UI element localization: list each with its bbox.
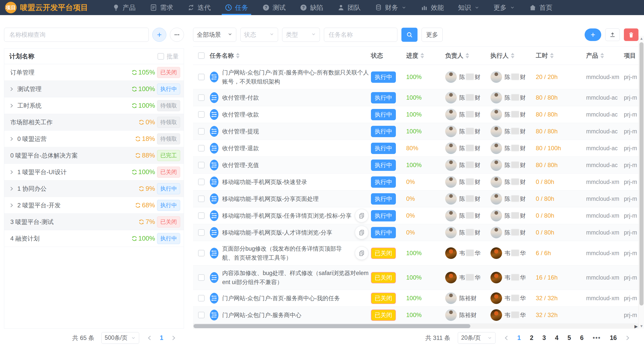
batch-checkbox[interactable]	[158, 53, 164, 60]
task-row[interactable]: 移动端功能-手机网页版-分享页面处理 执行中 0% 陈财 陈财 0 / 80h …	[193, 190, 638, 207]
scroll-up-arrow-icon[interactable]: ▲	[639, 36, 644, 41]
task-checkbox[interactable]	[198, 128, 205, 135]
task-row[interactable]: 门户网站-众包门户-首页-服务商中心-所有数据只关联个人账号，不关联组织架构 执…	[193, 65, 638, 89]
task-row[interactable]: 门户网站-众包门户-服务商中心 已关闭 100% 陈裕财 韦华 32 / 32h…	[193, 307, 638, 324]
scene-select[interactable]: 全部场景	[193, 28, 236, 42]
plan-row[interactable]: 工时系统 100% 待领取	[4, 97, 184, 114]
column-header-exec[interactable]: 执行人	[490, 52, 536, 60]
expand-chevron-icon[interactable]	[9, 203, 17, 208]
task-row[interactable]: 收付管理-提现 执行中 100% 陈财 陈财 80 / 80h mmcloud-…	[193, 123, 638, 140]
task-row[interactable]: 门户网站-众包门户-首页-服务商中心-我的任务 已关闭 100% 陈裕财 韦华 …	[193, 290, 638, 307]
expand-chevron-icon[interactable]	[9, 186, 17, 191]
page-number-3[interactable]: 3	[542, 334, 546, 341]
task-checkbox[interactable]	[198, 94, 205, 101]
plan-search-input[interactable]	[4, 28, 149, 42]
copy-task-button[interactable]	[355, 226, 368, 239]
task-checkbox[interactable]	[198, 312, 205, 318]
horizontal-scrollbar[interactable]: ▶	[193, 324, 638, 329]
task-checkbox[interactable]	[198, 179, 205, 185]
plan-row[interactable]: 0 唛盟平台-总体解决方案 88% 已完工	[4, 147, 184, 164]
plan-row[interactable]: 0 唛盟运营 18% 待领取	[4, 131, 184, 147]
task-checkbox[interactable]	[198, 111, 205, 118]
task-checkbox[interactable]	[198, 196, 205, 202]
more-pages-button[interactable]: •••	[593, 334, 601, 341]
nav-item-测试[interactable]: ? 测试	[262, 0, 286, 15]
sort-carets-icon[interactable]	[600, 53, 604, 58]
sort-carets-icon[interactable]	[550, 53, 554, 58]
copy-task-button[interactable]	[355, 246, 368, 260]
plan-row[interactable]: 3 唛盟平台-测试 7% 已关闭	[4, 214, 184, 230]
scroll-down-arrow-icon[interactable]: ▼	[639, 324, 644, 328]
expand-chevron-icon[interactable]	[9, 103, 17, 108]
task-checkbox[interactable]	[198, 162, 205, 168]
expand-chevron-icon[interactable]	[9, 169, 17, 175]
plan-row[interactable]: 2 唛盟平台-开发 68% 执行中	[4, 197, 184, 214]
search-button[interactable]	[401, 28, 418, 42]
plan-row[interactable]: 市场部相关工作 0% 待领取	[4, 114, 184, 131]
task-row[interactable]: 页面部分bug修改（我发布的任务详情页顶部导航、首页研发管理工具等） 已关闭 1…	[193, 241, 638, 265]
page-number-1[interactable]: 1	[517, 334, 521, 341]
add-plan-button[interactable]: +	[152, 28, 166, 42]
select-all-checkbox[interactable]	[198, 52, 205, 59]
plan-next-page-button[interactable]	[170, 335, 177, 341]
scroll-right-arrow-icon[interactable]: ▶	[634, 324, 638, 329]
sort-carets-icon[interactable]	[466, 53, 469, 58]
plan-row[interactable]: 测试管理 100% 执行中	[4, 81, 184, 97]
plan-page-size-select[interactable]: 500条/页	[101, 332, 139, 344]
more-filters-button[interactable]: 更多	[422, 28, 443, 42]
delete-button[interactable]	[624, 28, 638, 41]
task-checkbox[interactable]	[198, 145, 205, 151]
plan-row[interactable]: 订单管理 105% 已关闭	[4, 64, 184, 81]
plan-prev-page-button[interactable]	[146, 335, 153, 341]
plan-row[interactable]: 1 唛盟平台-UI设计 100% 已关闭	[4, 164, 184, 180]
nav-item-更多[interactable]: 更多	[494, 0, 515, 15]
task-row[interactable]: 移动端功能-手机网页版-任务详情页浏览-投标-分享 执行中 0% 陈财 陈财 0…	[193, 207, 638, 224]
column-header-progress[interactable]: 进度	[406, 52, 445, 60]
nav-item-首页[interactable]: 首页	[529, 0, 552, 15]
plan-row[interactable]: 4 融资计划 100% 执行中	[4, 230, 184, 247]
task-row[interactable]: 收付管理-付款 执行中 100% 陈财 陈财 80 / 80h mmcloud-…	[193, 89, 638, 106]
horizontal-scrollbar-thumb[interactable]	[194, 324, 470, 328]
nav-item-迭代[interactable]: 迭代	[187, 0, 211, 15]
task-page-size-select[interactable]: 20条/页	[458, 332, 496, 344]
task-checkbox[interactable]	[198, 295, 205, 301]
task-checkbox[interactable]	[198, 229, 205, 236]
column-header-owner[interactable]: 负责人	[445, 52, 490, 60]
task-row[interactable]: 移动端功能-手机网页版-人才详情浏览-分享 执行中 0% 陈财 陈财 0 / 8…	[193, 224, 638, 241]
sort-carets-icon[interactable]	[511, 53, 514, 58]
sort-carets-icon[interactable]	[236, 53, 240, 58]
type-select[interactable]: 类型	[282, 28, 320, 42]
task-checkbox[interactable]	[198, 274, 205, 281]
sort-carets-icon[interactable]	[421, 53, 424, 58]
status-select[interactable]: 状态	[240, 28, 278, 42]
column-header-hours[interactable]: 工时	[536, 52, 586, 60]
column-header-name[interactable]: 任务名称	[210, 52, 371, 60]
task-name-input[interactable]	[324, 28, 397, 42]
expand-chevron-icon[interactable]	[9, 136, 17, 142]
expand-chevron-icon[interactable]	[9, 86, 17, 92]
task-checkbox[interactable]	[198, 212, 205, 219]
nav-item-效能[interactable]: 效能	[421, 0, 444, 15]
nav-item-财务[interactable]: 财务	[375, 0, 406, 15]
task-row[interactable]: 收付管理-充值 执行中 100% 陈财 陈财 80 / 80h mmcloud-…	[193, 157, 638, 174]
plan-page-number[interactable]: 1	[160, 334, 163, 341]
task-checkbox[interactable]	[198, 74, 205, 80]
column-header-project[interactable]: 项目	[624, 52, 638, 60]
export-button[interactable]	[605, 28, 620, 41]
nav-item-产品[interactable]: 产品	[112, 0, 136, 15]
plan-row[interactable]: 1 协同办公 9% 执行中	[4, 180, 184, 197]
page-number-2[interactable]: 2	[530, 334, 533, 341]
nav-item-知识[interactable]: 知识	[458, 0, 479, 15]
nav-item-需求[interactable]: 需求	[150, 0, 173, 15]
nav-item-任务[interactable]: 任务	[225, 0, 248, 15]
page-number-16[interactable]: 16	[610, 334, 617, 341]
copy-task-button[interactable]	[355, 209, 368, 222]
column-header-product[interactable]: 产品	[586, 52, 624, 60]
task-row[interactable]: 内容添加修改、bug处理、样式修改（safari浏览器对element ui部分…	[193, 265, 638, 290]
plan-more-button[interactable]	[170, 28, 184, 42]
add-task-button[interactable]: +	[585, 28, 601, 41]
vertical-scrollbar-thumb[interactable]	[639, 42, 643, 305]
page-number-4[interactable]: 4	[555, 334, 558, 341]
task-row[interactable]: 收付管理-退款 执行中 80% 陈财 陈财 80 / 100h mmcloud-…	[193, 140, 638, 157]
page-number-6[interactable]: 6	[580, 334, 584, 341]
